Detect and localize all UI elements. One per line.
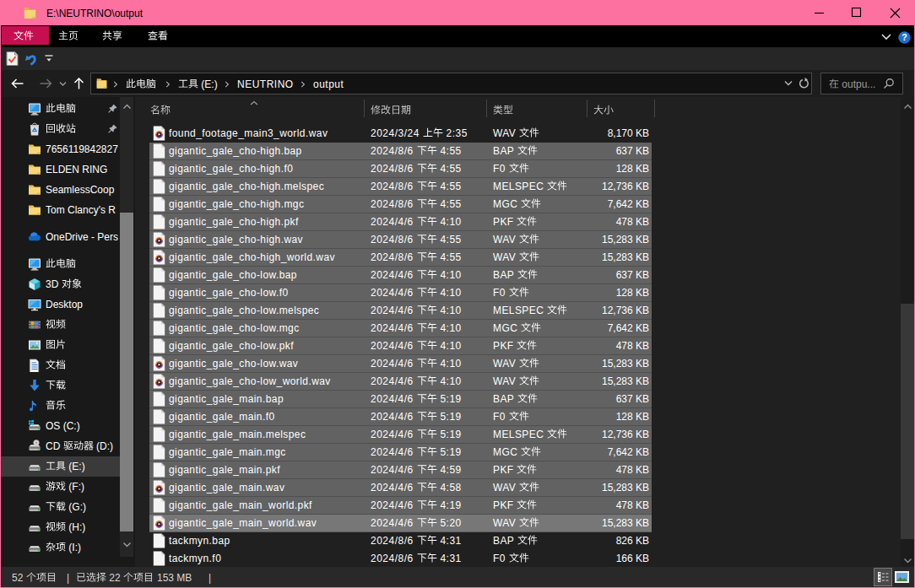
svg-text:?: ? [901, 32, 907, 42]
